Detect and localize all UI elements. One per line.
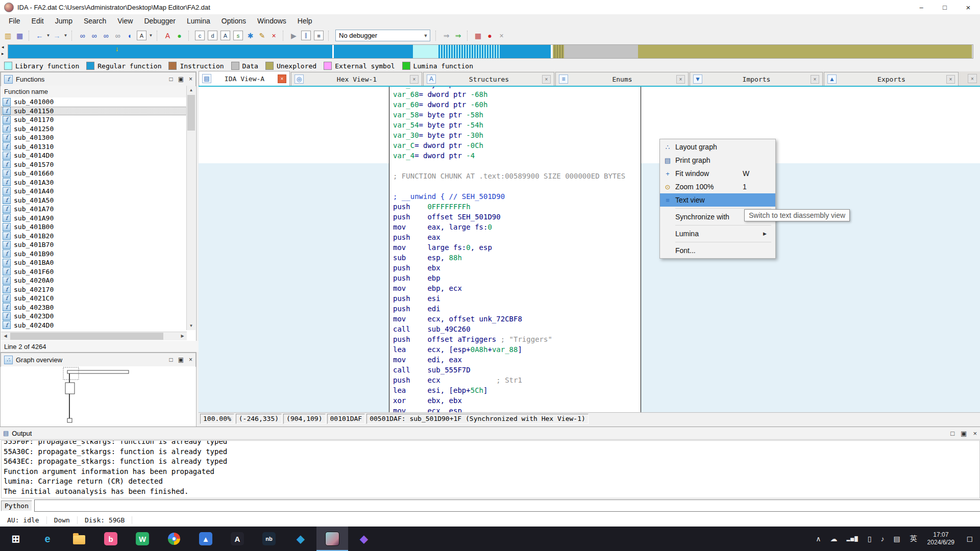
tab-close-icon[interactable]: ×: [410, 75, 419, 84]
function-list-item[interactable]: fsub_4020A0: [1, 276, 187, 285]
function-list-item[interactable]: fsub_401B70: [1, 240, 187, 249]
chevron-up-icon[interactable]: ∧: [811, 535, 825, 543]
tab-close-icon[interactable]: ×: [676, 75, 685, 84]
functions-restore-button[interactable]: □: [169, 76, 173, 83]
overview-restore-button[interactable]: □: [169, 356, 173, 363]
navband-scroll-arrows[interactable]: ◂▸: [2, 44, 4, 57]
menu-item-lumina[interactable]: Lumina▶: [660, 227, 775, 240]
menu-options[interactable]: Options: [216, 14, 252, 28]
function-list-item[interactable]: fsub_4024D0: [1, 321, 187, 330]
graph-overview-titlebar[interactable]: ∴ Graph overview □ ▣ ×: [1, 353, 196, 367]
menu-item-layout-graph[interactable]: ∴Layout graph: [660, 140, 775, 154]
names-icon[interactable]: A: [137, 31, 146, 40]
scrollbar-thumb[interactable]: [10, 333, 163, 340]
function-list-item[interactable]: fsub_4021C0: [1, 294, 187, 303]
delete-breakpoint-icon[interactable]: ×: [496, 30, 507, 41]
battery-icon[interactable]: ▯: [863, 535, 876, 543]
minimize-button[interactable]: –: [910, 0, 933, 14]
menu-file[interactable]: File: [3, 14, 26, 28]
network-icon[interactable]: ▂▅█: [842, 536, 863, 541]
scroll-right-arrow-icon[interactable]: ▶: [178, 332, 187, 340]
file-explorer-icon[interactable]: [63, 527, 95, 551]
names-caret-icon[interactable]: ▼: [149, 30, 153, 41]
menu-item-font-[interactable]: Font...: [660, 244, 775, 257]
jump-icon[interactable]: ◖: [124, 30, 135, 41]
output-close-button[interactable]: ×: [973, 430, 977, 437]
tab-structures[interactable]: AStructures×: [423, 72, 554, 86]
tray-clock[interactable]: 17:072024/6/29: [922, 531, 960, 546]
purple-app-icon[interactable]: ◆: [348, 527, 380, 551]
graph-overview-canvas[interactable]: [1, 366, 195, 426]
menu-help[interactable]: Help: [292, 14, 318, 28]
input-language-indicator[interactable]: 英: [905, 534, 922, 543]
back-caret-icon[interactable]: ▼: [46, 30, 51, 41]
menu-item-print-graph[interactable]: ▤Print graph: [660, 154, 775, 167]
functions-horizontal-scrollbar[interactable]: ◀ ▶: [1, 332, 187, 340]
functions-vertical-scrollbar[interactable]: ▲ ▼: [186, 86, 195, 330]
ida-icon[interactable]: [316, 527, 348, 551]
function-list-item[interactable]: fsub_401B00: [1, 222, 187, 232]
function-list-item[interactable]: fsub_401BA0: [1, 258, 187, 267]
functions-column-header[interactable]: Function name: [1, 86, 190, 98]
function-list-item[interactable]: fsub_402170: [1, 285, 187, 294]
function-list-item[interactable]: fsub_401A70: [1, 205, 187, 214]
tab-close-icon[interactable]: ×: [542, 75, 551, 84]
function-list-item[interactable]: fsub_4014D0: [1, 151, 187, 160]
action-center-icon[interactable]: ◻: [960, 534, 980, 543]
python-command-input[interactable]: [34, 499, 980, 512]
save-icon[interactable]: ▦: [14, 30, 25, 41]
function-list-item[interactable]: fsub_4023B0: [1, 303, 187, 312]
menu-item-zoom-100-[interactable]: ⊙Zoom 100%1: [660, 180, 775, 193]
run-to-cursor-icon[interactable]: ⇒: [453, 30, 463, 41]
vscode-icon[interactable]: ◆: [285, 527, 316, 551]
chrome-icon[interactable]: [158, 527, 190, 551]
menu-item-fit-window[interactable]: +Fit windowW: [660, 167, 775, 180]
function-list-item[interactable]: fsub_401000: [1, 97, 187, 107]
function-list-item[interactable]: fsub_401B20: [1, 232, 187, 241]
start-button[interactable]: ⊞: [0, 527, 32, 551]
tab-close-icon[interactable]: ×: [811, 75, 819, 84]
function-list-item[interactable]: fsub_401660: [1, 169, 187, 178]
function-list-item[interactable]: fsub_401A90: [1, 214, 187, 223]
problems-icon[interactable]: A: [162, 30, 173, 41]
menu-jump[interactable]: Jump: [50, 14, 78, 28]
overview-close-button[interactable]: ×: [189, 356, 192, 363]
pause-process-icon[interactable]: ∥: [301, 31, 311, 40]
output-panel-titlebar[interactable]: ▤ Output □ ▣ ×: [0, 427, 980, 440]
tab-enums[interactable]: ≡Enums×: [555, 72, 689, 86]
make-code-icon[interactable]: c: [195, 31, 205, 40]
search-sequence-icon[interactable]: ∞: [101, 30, 111, 41]
function-list-item[interactable]: fsub_401A50: [1, 196, 187, 205]
function-list-item[interactable]: fsub_401170: [1, 115, 187, 124]
search-text-icon[interactable]: ∞: [89, 30, 100, 41]
tab-close-icon[interactable]: ×: [946, 75, 955, 84]
close-button[interactable]: ×: [957, 0, 980, 14]
photos-icon[interactable]: ▲: [190, 527, 222, 551]
make-string-icon[interactable]: s: [233, 31, 243, 40]
tab-close-icon[interactable]: ×: [278, 74, 286, 83]
edge-icon[interactable]: e: [32, 527, 63, 551]
function-list-item[interactable]: fsub_401570: [1, 160, 187, 169]
function-list-item[interactable]: fsub_401310: [1, 142, 187, 152]
menu-view[interactable]: View: [112, 14, 138, 28]
menu-debugger[interactable]: Debugger: [138, 14, 181, 28]
function-list-item[interactable]: fsub_401F60: [1, 267, 187, 277]
tab-exports[interactable]: ▲Exports×: [824, 72, 959, 86]
function-list-item[interactable]: fsub_401B90: [1, 249, 187, 259]
maximize-button[interactable]: □: [933, 0, 957, 14]
wechat-icon[interactable]: W: [127, 527, 158, 551]
overview-float-button[interactable]: ▣: [178, 356, 184, 363]
make-data-icon[interactable]: d: [208, 31, 217, 40]
function-list-item[interactable]: fsub_401300: [1, 133, 187, 142]
tab-imports[interactable]: ▼Imports×: [690, 72, 823, 86]
open-file-icon[interactable]: ▥: [3, 30, 13, 41]
tab-area-close-icon[interactable]: ×: [968, 74, 977, 83]
forward-icon[interactable]: →: [52, 30, 62, 41]
undefine-icon[interactable]: ×: [268, 30, 279, 41]
menu-lumina[interactable]: Lumina: [181, 14, 216, 28]
tab-ida-view-a[interactable]: ▤IDA View-A×: [199, 71, 290, 86]
stop-process-icon[interactable]: ■: [314, 31, 324, 40]
patch-icon[interactable]: ✱: [245, 30, 256, 41]
function-list-item[interactable]: fsub_401A30: [1, 178, 187, 187]
edit-icon[interactable]: ✎: [257, 30, 267, 41]
